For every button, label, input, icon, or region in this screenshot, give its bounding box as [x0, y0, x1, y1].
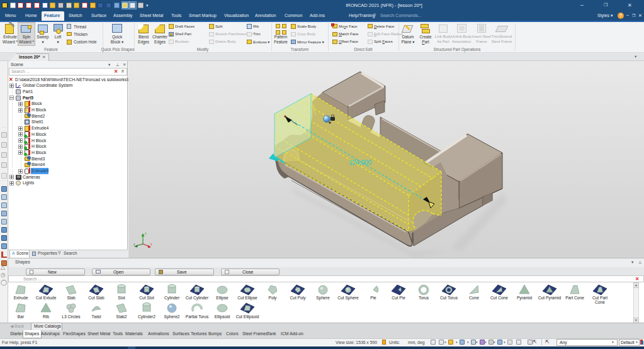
- svg-text:Sphere: Sphere: [316, 296, 330, 301]
- svg-text:Twist: Twist: [91, 314, 101, 319]
- svg-text:124.000: 124.000: [349, 159, 372, 166]
- svg-text:Ellipsoid: Ellipsoid: [215, 314, 230, 319]
- svg-text:Cut Part: Cut Part: [592, 296, 607, 300]
- svg-text:Cylinder2: Cylinder2: [138, 314, 155, 319]
- svg-text:Cut Torus: Cut Torus: [440, 296, 458, 300]
- svg-text:Cut Cylinder: Cut Cylinder: [186, 296, 209, 301]
- svg-text:Partial Torus: Partial Torus: [186, 314, 209, 319]
- svg-text:Cylinder: Cylinder: [164, 296, 180, 301]
- svg-text:Rib: Rib: [43, 314, 49, 319]
- svg-text:Pie: Pie: [370, 296, 376, 300]
- svg-text:Slab2: Slab2: [116, 314, 127, 319]
- svg-text:Pyramid: Pyramid: [517, 296, 533, 301]
- svg-text:Ellipse: Ellipse: [216, 296, 229, 301]
- svg-text:Slab: Slab: [67, 296, 76, 300]
- svg-text:Cone: Cone: [595, 300, 605, 304]
- svg-text:Part Cone: Part Cone: [565, 296, 584, 300]
- svg-text:Extrude: Extrude: [14, 296, 28, 300]
- svg-text:Slot: Slot: [118, 296, 125, 300]
- svg-text:Cone: Cone: [469, 296, 479, 300]
- svg-text:Cut Ellipse: Cut Ellipse: [237, 296, 257, 301]
- svg-text:Cut Sphere: Cut Sphere: [337, 296, 359, 301]
- svg-text:Cut Slab: Cut Slab: [88, 296, 105, 300]
- svg-text:Sphere2: Sphere2: [164, 314, 180, 319]
- svg-text:Cut Pyramid: Cut Pyramid: [538, 296, 562, 301]
- svg-text:Poly: Poly: [269, 296, 278, 301]
- svg-text:Bar: Bar: [18, 314, 25, 319]
- svg-text:Cut Pie: Cut Pie: [392, 296, 405, 300]
- svg-text:L3 Circles: L3 Circles: [62, 314, 81, 319]
- svg-text:Cut Extude: Cut Extude: [36, 296, 57, 300]
- svg-text:Cut Poly: Cut Poly: [290, 296, 307, 301]
- svg-text:Cut Ellipsoid: Cut Ellipsoid: [236, 314, 259, 319]
- svg-text:Torus: Torus: [419, 296, 429, 300]
- svg-text:Cut Cone: Cut Cone: [490, 296, 508, 300]
- svg-text:Cut Slot: Cut Slot: [139, 296, 154, 300]
